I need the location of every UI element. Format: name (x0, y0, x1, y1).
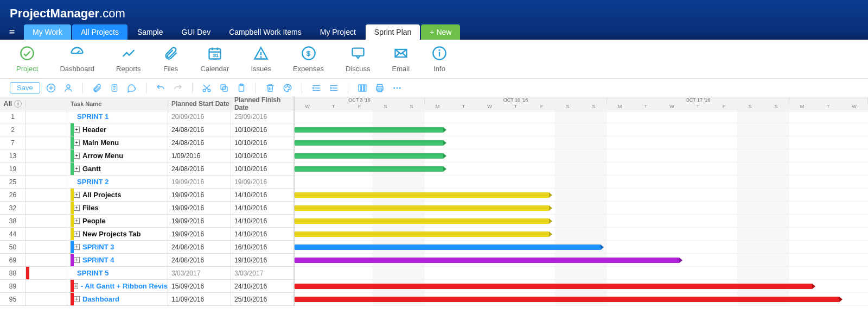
expand-icon[interactable]: + (74, 296, 80, 302)
save-button[interactable]: Save (10, 82, 40, 93)
gantt-bar[interactable] (295, 127, 444, 133)
subnav-dashboard[interactable]: Dashboard (60, 45, 94, 73)
task-row[interactable]: 50+SPRINT 324/08/201616/10/2016 (0, 241, 294, 254)
col-name-cell[interactable]: +Main Menu (67, 136, 168, 149)
task-row[interactable]: 25SPRINT 219/09/201619/09/2016 (0, 175, 294, 189)
subnav-reports[interactable]: Reports (116, 45, 141, 73)
gantt-row[interactable] (295, 136, 868, 149)
task-row[interactable]: 1SPRINT 120/09/201625/09/2016 (0, 110, 294, 123)
gantt-bar[interactable] (295, 258, 680, 263)
col-name-cell[interactable]: +Header (67, 123, 168, 136)
gantt-row[interactable] (295, 162, 868, 175)
more-icon[interactable] (391, 82, 404, 95)
start-date[interactable]: 24/08/2016 (168, 254, 231, 266)
expand-icon[interactable]: + (74, 257, 80, 263)
col-finish[interactable]: Planned Finish Date (231, 96, 294, 111)
gantt-bar[interactable] (295, 231, 550, 237)
col-name-cell[interactable]: +New Projects Tab (67, 228, 168, 240)
print-icon[interactable] (373, 82, 386, 95)
finish-date[interactable]: 19/09/2016 (231, 175, 294, 188)
finish-date[interactable]: 14/10/2016 (231, 215, 294, 227)
start-date[interactable]: 11/09/2016 (168, 293, 231, 305)
gantt-bar[interactable] (295, 297, 840, 302)
finish-date[interactable]: 14/10/2016 (231, 228, 294, 240)
col-name-cell[interactable]: +Dashboard (67, 293, 168, 305)
gantt-row[interactable] (295, 293, 868, 306)
finish-date[interactable]: 10/10/2016 (231, 123, 294, 136)
tab-sample[interactable]: Sample (129, 24, 171, 40)
finish-date[interactable]: 14/10/2016 (231, 202, 294, 214)
col-name-cell[interactable]: +All Projects (67, 189, 168, 201)
tab-my-work[interactable]: My Work (24, 24, 71, 40)
start-date[interactable]: 24/08/2016 (168, 162, 231, 175)
tab-sprint-plan[interactable]: Sprint Plan (366, 24, 420, 40)
subnav-expenses[interactable]: $Expenses (293, 45, 324, 73)
expand-icon[interactable]: + (74, 192, 80, 198)
gantt-bar[interactable] (295, 153, 444, 159)
finish-date[interactable]: 14/10/2016 (231, 189, 294, 201)
col-all[interactable]: Alli (0, 100, 26, 108)
start-date[interactable]: 19/09/2016 (168, 175, 231, 188)
start-date[interactable]: 19/09/2016 (168, 228, 231, 240)
col-name-cell[interactable]: SPRINT 1 (67, 110, 168, 123)
col-name-cell[interactable]: +People (67, 215, 168, 227)
gantt-row[interactable] (295, 254, 868, 267)
gantt-body[interactable] (295, 110, 868, 306)
expand-icon[interactable]: + (74, 218, 80, 224)
add-icon[interactable] (44, 82, 58, 95)
gantt-row[interactable] (295, 202, 868, 215)
col-name-cell[interactable]: +- Alt Gantt + Ribbon Revisio (67, 280, 168, 292)
task-row[interactable]: 32+Files19/09/201614/10/2016 (0, 202, 294, 215)
gantt-bar[interactable] (295, 205, 550, 211)
col-name-cell[interactable]: +Arrow Menu (67, 149, 168, 162)
tab-gui-dev[interactable]: GUI Dev (173, 24, 219, 40)
subnav-files[interactable]: Files (163, 45, 179, 73)
expand-icon[interactable]: + (74, 140, 80, 146)
subnav-email[interactable]: Email (392, 45, 410, 73)
finish-date[interactable]: 3/03/2017 (231, 267, 294, 279)
finish-date[interactable]: 16/10/2016 (231, 241, 294, 253)
expand-icon[interactable]: + (74, 166, 80, 172)
task-row[interactable]: 13+Arrow Menu1/09/201610/10/2016 (0, 149, 294, 162)
redo-icon[interactable] (171, 82, 184, 95)
start-date[interactable]: 24/08/2016 (168, 241, 231, 253)
info-icon[interactable]: i (14, 100, 22, 108)
finish-date[interactable]: 10/10/2016 (231, 136, 294, 149)
gantt-bar[interactable] (295, 218, 550, 224)
tab-campbell-work-items[interactable]: Campbell Work Items (220, 24, 310, 40)
note-icon[interactable] (108, 82, 121, 95)
columns-icon[interactable] (356, 82, 369, 95)
finish-date[interactable]: 10/10/2016 (231, 162, 294, 175)
paste-icon[interactable] (235, 82, 248, 95)
gantt-row[interactable] (295, 228, 868, 241)
start-date[interactable]: 3/03/2017 (168, 267, 231, 279)
finish-date[interactable]: 25/10/2016 (231, 293, 294, 305)
col-name-cell[interactable]: SPRINT 5 (67, 267, 168, 279)
task-row[interactable]: 95+Dashboard11/09/201625/10/2016 (0, 293, 294, 306)
col-taskname[interactable]: Task Name (67, 101, 168, 107)
comment-icon[interactable] (125, 82, 138, 95)
task-row[interactable]: 19+Gantt24/08/201610/10/2016 (0, 162, 294, 175)
gantt-bar[interactable] (295, 140, 444, 146)
gantt-row[interactable] (295, 241, 868, 254)
expand-icon[interactable]: + (74, 283, 78, 289)
col-name-cell[interactable]: +Gantt (67, 162, 168, 175)
start-date[interactable]: 15/09/2016 (168, 280, 231, 292)
finish-date[interactable]: 10/10/2016 (231, 149, 294, 162)
start-date[interactable]: 20/09/2016 (168, 110, 231, 123)
task-row[interactable]: 2+Header24/08/201610/10/2016 (0, 123, 294, 136)
expand-icon[interactable]: + (74, 231, 80, 237)
gantt-bar[interactable] (295, 166, 444, 172)
attach-icon[interactable] (91, 82, 104, 95)
finish-date[interactable]: 25/09/2016 (231, 110, 294, 123)
subnav-calendar[interactable]: 31Calendar (201, 45, 229, 73)
gantt-row[interactable] (295, 280, 868, 293)
hamburger-menu[interactable]: ≡ (0, 24, 24, 40)
gantt-bar[interactable] (295, 284, 813, 289)
task-row[interactable]: 44+New Projects Tab19/09/201614/10/2016 (0, 228, 294, 241)
tab-my-project[interactable]: My Project (311, 24, 365, 40)
gantt-row[interactable] (295, 110, 868, 123)
outdent-icon[interactable] (310, 82, 323, 95)
gantt-bar[interactable] (295, 192, 550, 198)
gantt-row[interactable] (295, 215, 868, 228)
